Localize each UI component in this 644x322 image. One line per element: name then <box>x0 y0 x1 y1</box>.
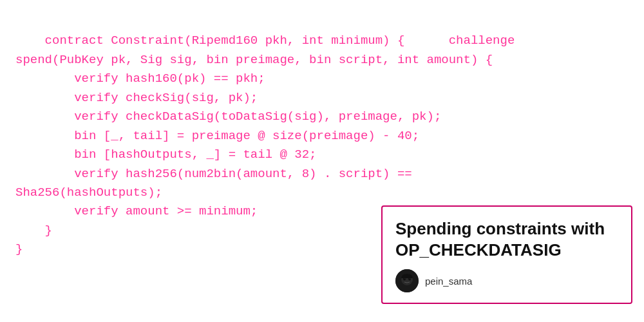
code-line-4: verify checkSig(sig, pk); <box>15 91 258 105</box>
code-line-9: Sha256(hashOutputs); <box>15 185 162 200</box>
code-line-11: } <box>15 223 52 238</box>
code-line-6: bin [_, tail] = preimage @ size(preimage… <box>15 129 419 143</box>
code-line-5: verify checkDataSig(toDataSig(sig), prei… <box>15 109 441 124</box>
avatar <box>395 269 419 292</box>
user-row: pein_sama <box>395 269 618 292</box>
code-line-12: } <box>15 242 23 256</box>
code-line-10: verify amount >= minimum; <box>15 204 258 218</box>
code-line-3: verify hash160(pk) == pkh; <box>15 71 265 86</box>
username-label: pein_sama <box>425 276 472 287</box>
main-container: contract Constraint(Ripemd160 pkh, int m… <box>0 0 644 322</box>
overlay-card: Spending constraints with OP_CHECKDATASI… <box>381 205 632 304</box>
code-line-1: contract Constraint(Ripemd160 pkh, int m… <box>45 33 515 48</box>
code-line-7: bin [hashOutputs, _] = tail @ 32; <box>15 147 316 162</box>
code-line-2: spend(PubKey pk, Sig sig, bin preimage, … <box>15 53 493 67</box>
code-line-8: verify hash256(num2bin(amount, 8) . scri… <box>15 167 412 181</box>
overlay-title: Spending constraints with OP_CHECKDATASI… <box>395 218 618 260</box>
avatar-image <box>395 269 419 292</box>
